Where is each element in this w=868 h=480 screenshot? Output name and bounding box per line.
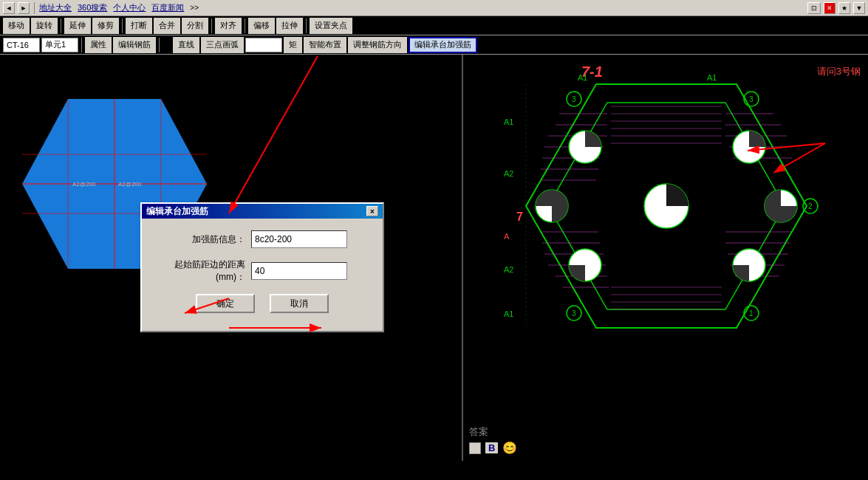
- svg-text:A1: A1: [504, 117, 513, 126]
- icon-flag[interactable]: [469, 442, 481, 454]
- confirm-button[interactable]: 确定: [196, 294, 255, 313]
- tb-straightline[interactable]: 直线: [173, 37, 199, 53]
- browser-forward-btn[interactable]: ►: [18, 2, 30, 14]
- tb-offset[interactable]: 偏移: [248, 18, 275, 34]
- tb-move[interactable]: 移动: [3, 18, 30, 34]
- more-indicator2: >>: [479, 41, 488, 49]
- answer-label: 答案: [469, 425, 488, 439]
- tb-trim[interactable]: 修剪: [92, 18, 119, 34]
- link-personal[interactable]: 个人中心: [113, 2, 146, 13]
- dialog-row-field1: 加强筋信息：: [157, 230, 368, 248]
- icon-btn-2[interactable]: ✕: [824, 2, 835, 14]
- field1-label: 加强筋信息：: [157, 233, 245, 246]
- tb-arc[interactable]: 三点画弧: [201, 37, 244, 53]
- bottom-toolbar: B 😊: [469, 441, 517, 455]
- main-area: A2@200 A2@200 编辑承台加强筋 × 加强筋信息： 起始筋距边的距离(…: [0, 55, 868, 461]
- dropdown-cttype[interactable]: CT-16: [3, 38, 40, 52]
- right-panel: 7-1 请问3号钢: [462, 55, 868, 461]
- dialog-close-button[interactable]: ×: [366, 206, 378, 216]
- tb-edit-rebar[interactable]: 编辑钢筋: [113, 37, 156, 53]
- dialog-body: 加强筋信息： 起始筋距边的距离(mm)： 确定 取消: [142, 219, 383, 331]
- tb-rect[interactable]: 矩: [284, 37, 302, 53]
- dropdown-unit[interactable]: 单元1: [41, 38, 78, 52]
- cancel-button[interactable]: 取消: [270, 294, 329, 313]
- svg-text:A2: A2: [504, 265, 513, 274]
- dialog-buttons: 确定 取消: [157, 294, 368, 313]
- cad-toolbar-row2: CT-16 单元1 属性 编辑钢筋 >> 直线 三点画弧 矩 智能布置 调整钢筋…: [0, 35, 868, 55]
- emoji-icon: 😊: [502, 441, 517, 455]
- browser-back-btn[interactable]: ◄: [3, 2, 15, 14]
- icon-btn-4[interactable]: ▼: [853, 2, 865, 14]
- dialog-title: 编辑承台加强筋: [146, 205, 208, 218]
- svg-text:A1: A1: [504, 309, 513, 318]
- tb-divide[interactable]: 分割: [182, 18, 208, 34]
- field2-label: 起始筋距边的距离(mm)：: [157, 258, 245, 284]
- svg-text:A: A: [504, 232, 510, 241]
- link-dizhi[interactable]: 地址大全: [39, 2, 72, 13]
- svg-text:A1: A1: [578, 73, 587, 82]
- tb-extend[interactable]: 延伸: [64, 18, 91, 34]
- svg-text:2: 2: [808, 202, 813, 210]
- more-indicator: >>: [163, 41, 171, 49]
- dialog-titlebar: 编辑承台加强筋 ×: [142, 204, 383, 219]
- icon-btn-3[interactable]: ★: [838, 2, 850, 14]
- tb-stretch[interactable]: 拉伸: [276, 18, 303, 34]
- link-news[interactable]: 百度新闻: [151, 2, 184, 13]
- tb-rotate[interactable]: 旋转: [31, 18, 58, 34]
- cad-toolbar-row1: 移动 旋转 延伸 修剪 打断 合并 分割 对齐 偏移 拉伸 设置夹点: [0, 16, 868, 35]
- svg-text:A2@200: A2@200: [72, 181, 96, 188]
- dialog-edit-cap-rebar: 编辑承台加强筋 × 加强筋信息： 起始筋距边的距离(mm)： 确定 取消: [140, 202, 384, 332]
- link-360[interactable]: 360搜索: [78, 2, 107, 13]
- tb-align[interactable]: 对齐: [215, 18, 242, 34]
- dialog-row-field2: 起始筋距边的距离(mm)：: [157, 258, 368, 284]
- tb-property[interactable]: 属性: [85, 37, 112, 53]
- field1-input[interactable]: [251, 230, 347, 248]
- right-cad-svg: A1 A2 A A2 A1 A1 A1 3 3 2 1: [463, 69, 868, 424]
- svg-text:7: 7: [516, 210, 523, 223]
- svg-text:3: 3: [572, 309, 576, 318]
- svg-text:3: 3: [749, 95, 753, 103]
- tb-setclamp[interactable]: 设置夹点: [310, 18, 352, 34]
- svg-line-10: [229, 56, 318, 213]
- cad-drawing-left[interactable]: A2@200 A2@200 编辑承台加强筋 × 加强筋信息： 起始筋距边的距离(…: [0, 55, 462, 461]
- svg-text:A2: A2: [504, 169, 513, 178]
- toolbar-more: >>: [190, 4, 199, 12]
- svg-text:1: 1: [749, 309, 753, 318]
- tb-adjust-direction[interactable]: 调整钢筋方向: [348, 37, 407, 53]
- cad-right-drawing: 7-1 请问3号钢: [463, 55, 868, 461]
- svg-text:A2@200: A2@200: [118, 181, 142, 188]
- svg-text:3: 3: [572, 95, 576, 103]
- browser-links: 地址大全 360搜索 个人中心 百度新闻 >>: [39, 2, 804, 13]
- svg-text:A1: A1: [707, 73, 717, 82]
- tb-edit-cap-rebar[interactable]: 编辑承台加强筋: [409, 37, 477, 53]
- tb-smart-place[interactable]: 智能布置: [304, 37, 346, 53]
- tb-break[interactable]: 打断: [126, 18, 152, 34]
- bold-btn[interactable]: B: [485, 442, 498, 453]
- field2-input[interactable]: [251, 262, 347, 280]
- tb-merge[interactable]: 合并: [154, 18, 180, 34]
- dropdown-shape[interactable]: [245, 38, 282, 52]
- browser-toolbar: ◄ ► 地址大全 360搜索 个人中心 百度新闻 >> ⊡ ✕ ★ ▼: [0, 0, 868, 16]
- icon-btn-1[interactable]: ⊡: [807, 2, 821, 14]
